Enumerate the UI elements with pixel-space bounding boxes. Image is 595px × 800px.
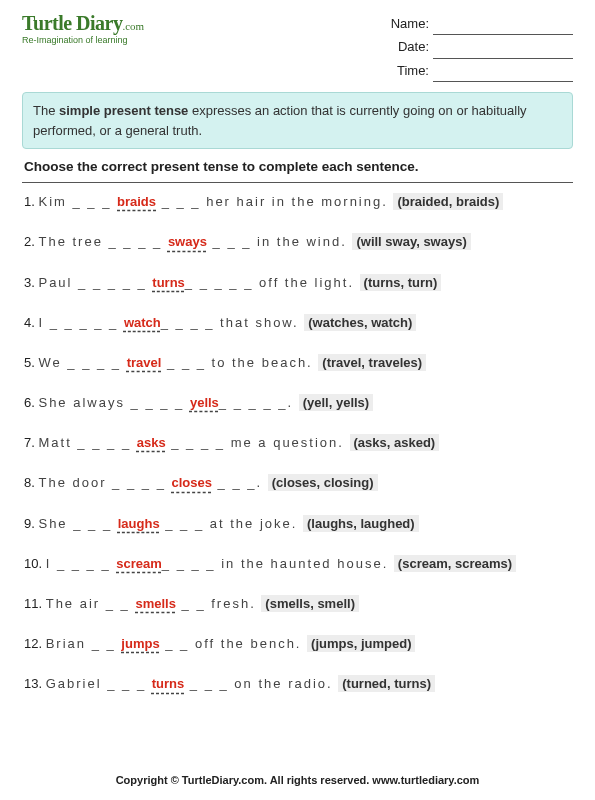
question-post: _ _ _. (212, 475, 268, 490)
question-post: _ _ _ _ _. (219, 395, 299, 410)
question-pre: Gabriel _ _ _ (46, 676, 152, 691)
question-pre: The door _ _ _ _ (38, 475, 171, 490)
options: (braided, braids) (393, 193, 503, 210)
instruction: Choose the correct present tense to comp… (24, 159, 571, 174)
question-post: _ _ _ on the radio. (184, 676, 338, 691)
options: (will sway, sways) (352, 233, 470, 250)
logo-main: Turtle Diary (22, 12, 122, 34)
question-number: 8. (24, 475, 38, 490)
question-row: 12. Brian _ _ jumps _ _ off the bench. (… (24, 635, 573, 653)
options: (laughs, laughed) (303, 515, 419, 532)
question-post: _ _ _ _ me a question. (166, 435, 350, 450)
footer: Copyright © TurtleDiary.com. All rights … (0, 774, 595, 786)
logo: Turtle Diary.com Re-Imagination of learn… (22, 12, 144, 82)
options: (closes, closing) (268, 474, 378, 491)
answer: asks (137, 435, 166, 450)
question-pre: Matt _ _ _ _ (38, 435, 136, 450)
question-number: 13. (24, 676, 46, 691)
question-pre: The air _ _ (46, 596, 136, 611)
question-post: _ _ _ _ _ off the light. (185, 275, 360, 290)
answer: watch (124, 315, 161, 330)
options: (watches, watch) (304, 314, 416, 331)
question-row: 11. The air _ _ smells _ _ fresh. (smell… (24, 595, 573, 613)
question-number: 12. (24, 636, 46, 651)
options: (turned, turns) (338, 675, 435, 692)
options: (asks, asked) (350, 434, 440, 451)
options: (yell, yells) (299, 394, 373, 411)
logo-suffix: .com (122, 20, 144, 32)
answer: turns (152, 275, 185, 290)
question-number: 9. (24, 516, 38, 531)
name-label: Name: (391, 16, 429, 31)
divider (22, 182, 573, 183)
time-blank[interactable] (433, 81, 573, 82)
question-row: 2. The tree _ _ _ _ sways _ _ _ in the w… (24, 233, 573, 251)
question-post: _ _ _ to the beach. (161, 355, 318, 370)
question-number: 1. (24, 194, 38, 209)
question-row: 8. The door _ _ _ _ closes _ _ _. (close… (24, 474, 573, 492)
options: (travel, traveles) (318, 354, 426, 371)
answer: braids (117, 194, 156, 209)
question-row: 9. She _ _ _ laughs _ _ _ at the joke. (… (24, 515, 573, 533)
logo-text: Turtle Diary.com (22, 12, 144, 35)
answer: sways (168, 234, 207, 249)
question-number: 6. (24, 395, 38, 410)
question-post: _ _ _ _ in the haunted house. (162, 556, 394, 571)
question-post: _ _ off the bench. (160, 636, 307, 651)
answer: turns (152, 676, 185, 691)
question-number: 3. (24, 275, 38, 290)
answer: yells (190, 395, 219, 410)
answer: travel (127, 355, 162, 370)
question-row: 7. Matt _ _ _ _ asks _ _ _ _ me a questi… (24, 434, 573, 452)
question-pre: I _ _ _ _ (46, 556, 117, 571)
meta-fields: Name: Date: Time: (391, 12, 573, 82)
question-row: 10. I _ _ _ _ scream_ _ _ _ in the haunt… (24, 555, 573, 573)
intro-pre: The (33, 103, 59, 118)
question-pre: She _ _ _ (38, 516, 117, 531)
question-number: 4. (24, 315, 38, 330)
question-post: _ _ _ in the wind. (207, 234, 353, 249)
question-number: 11. (24, 596, 46, 611)
question-pre: Kim _ _ _ (38, 194, 117, 209)
question-row: 4. I _ _ _ _ _ watch_ _ _ _ that show. (… (24, 314, 573, 332)
question-number: 10. (24, 556, 46, 571)
question-pre: Brian _ _ (46, 636, 122, 651)
question-row: 6. She always _ _ _ _ yells_ _ _ _ _. (y… (24, 394, 573, 412)
question-number: 5. (24, 355, 38, 370)
question-row: 5. We _ _ _ _ travel _ _ _ to the beach.… (24, 354, 573, 372)
date-label: Date: (398, 39, 429, 54)
question-row: 13. Gabriel _ _ _ turns _ _ _ on the rad… (24, 675, 573, 693)
question-pre: The tree _ _ _ _ (38, 234, 167, 249)
options: (scream, screams) (394, 555, 516, 572)
time-label: Time: (397, 63, 429, 78)
question-pre: We _ _ _ _ (38, 355, 126, 370)
answer: closes (171, 475, 211, 490)
question-number: 2. (24, 234, 38, 249)
options: (turns, turn) (360, 274, 442, 291)
question-row: 3. Paul _ _ _ _ _ turns_ _ _ _ _ off the… (24, 274, 573, 292)
options: (smells, smell) (261, 595, 359, 612)
question-post: _ _ _ her hair in the morning. (156, 194, 393, 209)
answer: smells (135, 596, 175, 611)
question-pre: I _ _ _ _ _ (38, 315, 123, 330)
answer: scream (116, 556, 162, 571)
question-row: 1. Kim _ _ _ braids _ _ _ her hair in th… (24, 193, 573, 211)
question-number: 7. (24, 435, 38, 450)
header-row: Turtle Diary.com Re-Imagination of learn… (22, 12, 573, 82)
questions-list: 1. Kim _ _ _ braids _ _ _ her hair in th… (22, 193, 573, 693)
intro-bold: simple present tense (59, 103, 188, 118)
logo-tagline: Re-Imagination of learning (22, 35, 144, 45)
answer: laughs (118, 516, 160, 531)
question-pre: Paul _ _ _ _ _ (38, 275, 152, 290)
question-post: _ _ fresh. (176, 596, 261, 611)
options: (jumps, jumped) (307, 635, 415, 652)
question-post: _ _ _ _ that show. (161, 315, 305, 330)
intro-box: The simple present tense expresses an ac… (22, 92, 573, 149)
question-pre: She always _ _ _ _ (38, 395, 189, 410)
answer: jumps (121, 636, 159, 651)
question-post: _ _ _ at the joke. (160, 516, 303, 531)
